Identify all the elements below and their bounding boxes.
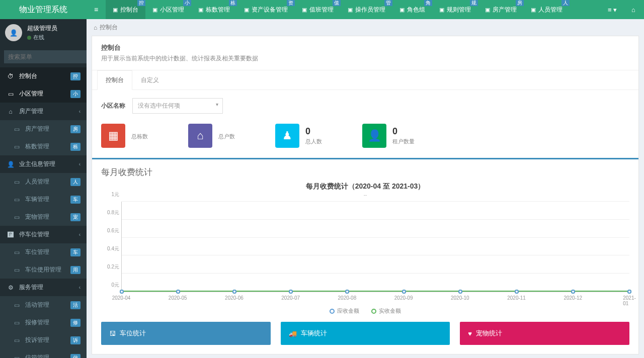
- tab-badge: 栋: [229, 0, 237, 6]
- menu-label: 报修管理: [25, 318, 70, 327]
- menu-icon: ▭: [12, 196, 21, 203]
- sidebar-item[interactable]: ▭宠物管理宠: [0, 208, 87, 226]
- menu-icon: 🅿: [6, 231, 15, 238]
- stat-value: 0: [392, 126, 415, 137]
- sidebar-item[interactable]: ▭栋数管理栋: [0, 138, 87, 155]
- x-tick: 2020-08: [338, 295, 357, 301]
- breadcrumb-label: 控制台: [100, 23, 118, 32]
- sidebar-item[interactable]: ▭活动管理活: [0, 296, 87, 314]
- stat-card[interactable]: 🖫车位统计: [101, 322, 271, 345]
- dashboard-icon: ⌂: [94, 24, 97, 31]
- y-axis: 0元0.2元0.4元0.6元0.8元1元: [101, 202, 120, 292]
- building-icon: ▦: [101, 124, 125, 148]
- menu-label: 车位管理: [25, 248, 70, 256]
- sub-tab[interactable]: 自定义: [132, 70, 168, 90]
- menu-label: 人员管理: [25, 177, 70, 186]
- sidebar-item[interactable]: ▭车辆管理车: [0, 191, 87, 208]
- top-tab[interactable]: ▣资产设备管理资: [237, 0, 295, 19]
- chart-subtitle: --: [101, 192, 629, 198]
- menu-icon: ▭: [12, 178, 21, 186]
- menu-icon: ⌂: [6, 108, 15, 115]
- tab-label: 小区管理: [160, 6, 184, 14]
- grid-line: [122, 201, 629, 202]
- sidebar-item[interactable]: ▭信箱管理信: [0, 349, 87, 358]
- menu-icon: ▭: [12, 126, 21, 133]
- top-tab[interactable]: ▣规则管理规: [432, 0, 478, 19]
- legend-item[interactable]: 应收金额: [330, 307, 359, 315]
- status-dot-icon: [27, 36, 31, 40]
- search-input[interactable]: [4, 50, 87, 63]
- community-select[interactable]: 没有选中任何项: [132, 98, 223, 114]
- breadcrumb: ⌂ 控制台: [87, 19, 644, 36]
- tab-icon: ▣: [399, 7, 405, 13]
- menu-icon: ⚙: [6, 284, 15, 291]
- x-tick: 2021-01: [623, 295, 636, 306]
- top-tab[interactable]: ▣房产管理房: [478, 0, 524, 19]
- menu-badge: 修: [70, 319, 80, 327]
- x-axis: 2020-042020-052020-062020-072020-082020-…: [121, 293, 629, 302]
- menu-label: 车位使用管理: [25, 265, 70, 274]
- top-tab[interactable]: ▣栋数管理栋: [191, 0, 237, 19]
- sidebar-item[interactable]: ▭小区管理小: [0, 85, 87, 103]
- user-status-text: 在线: [33, 34, 44, 41]
- top-tab[interactable]: ▣值班管理值: [295, 0, 341, 19]
- filter-row: 小区名称 没有选中任何项: [92, 90, 638, 122]
- menu-badge: 车: [70, 196, 80, 204]
- bottom-cards: 🖫车位统计🚚车辆统计♥宠物统计: [92, 322, 638, 354]
- top-tab[interactable]: ▣操作员管理管: [341, 0, 392, 19]
- stat-card[interactable]: ♥宠物统计: [460, 322, 629, 345]
- tab-icon: ▣: [113, 7, 118, 13]
- top-tab[interactable]: ▣角色组角: [392, 0, 432, 19]
- home-button[interactable]: ⌂: [623, 6, 644, 14]
- top-tab[interactable]: ▣小区管理小: [145, 0, 191, 19]
- sidebar-item[interactable]: ⌂房产管理‹: [0, 103, 87, 120]
- tab-label: 操作员管理: [355, 6, 385, 14]
- tab-icon: ▣: [152, 7, 157, 13]
- tab-label: 值班管理: [309, 6, 334, 14]
- filter-label: 小区名称: [101, 102, 125, 110]
- menu-icon: ▭: [12, 143, 21, 150]
- y-tick: 0.6元: [107, 227, 119, 234]
- stat-value: 0: [305, 126, 322, 137]
- x-tick: 2020-09: [394, 295, 413, 301]
- chevron-left-icon: ‹: [79, 285, 80, 290]
- series-line: [122, 291, 629, 292]
- tab-badge: 控: [137, 0, 145, 6]
- tab-label: 规则管理: [447, 6, 471, 14]
- chart-section: 每月收费统计 每月收费统计（2020-04 至 2021-03） -- 0元0.…: [92, 159, 638, 322]
- home-icon: ⌂: [188, 124, 212, 148]
- sidebar-item[interactable]: ▭车位使用管理用: [0, 261, 87, 279]
- menu-icon: ▭: [6, 91, 15, 98]
- grid-line: [122, 255, 629, 255]
- sidebar-item[interactable]: ▭报修管理修: [0, 314, 87, 331]
- menu-label: 控制台: [19, 72, 70, 80]
- sidebar-item[interactable]: ⚙服务管理‹: [0, 279, 87, 296]
- sidebar-item[interactable]: 🅿停车位管理‹: [0, 226, 87, 243]
- sidebar-item[interactable]: 👤业主信息管理‹: [0, 155, 87, 173]
- more-menu[interactable]: ≡ ▾: [602, 6, 623, 14]
- stat-label: 总栋数: [131, 133, 148, 140]
- sidebar-item[interactable]: ▭房产管理房: [0, 120, 87, 138]
- sub-tab[interactable]: 控制台: [97, 70, 132, 90]
- menu-toggle[interactable]: ≡: [87, 0, 106, 19]
- card-label: 宠物统计: [476, 329, 502, 338]
- top-tab[interactable]: ▣人员管理人: [524, 0, 570, 19]
- menu-badge: 宠: [70, 213, 80, 221]
- chart-legend: 应收金额实收金额: [101, 307, 629, 315]
- menu-label: 栋数管理: [25, 142, 70, 151]
- sidebar-item[interactable]: ▭车位管理车: [0, 243, 87, 261]
- y-tick: 0.4元: [107, 245, 119, 252]
- stat-card[interactable]: 🚚车辆统计: [281, 322, 450, 345]
- sidebar-item[interactable]: ▭投诉管理诉: [0, 331, 87, 349]
- menu-badge: 用: [70, 266, 80, 274]
- tab-badge: 管: [384, 0, 392, 6]
- sidebar-item[interactable]: ▭人员管理人: [0, 173, 87, 191]
- grid-line: [122, 219, 629, 220]
- legend-item[interactable]: 实收金额: [371, 307, 401, 315]
- sidebar-item[interactable]: ⏱控制台控: [0, 67, 87, 85]
- menu-icon: 👤: [6, 161, 15, 168]
- tab-badge: 房: [516, 0, 524, 6]
- sub-tabs: 控制台自定义: [92, 70, 638, 90]
- top-tab[interactable]: ▣控制台控: [106, 0, 145, 19]
- tab-icon: ▣: [439, 7, 444, 13]
